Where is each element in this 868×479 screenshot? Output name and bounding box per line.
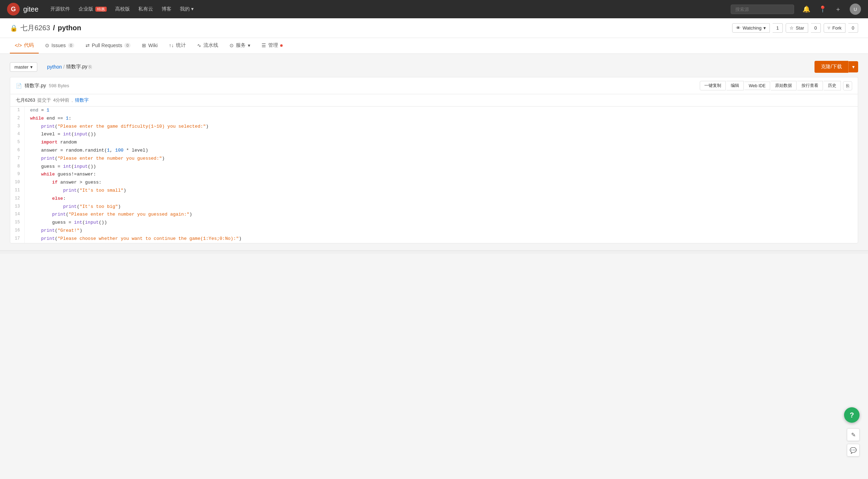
line-number: 6	[10, 147, 24, 155]
line-number: 14	[10, 211, 24, 219]
fork-button[interactable]: ⑂ Fork	[824, 23, 845, 33]
copy-path-icon[interactable]: ⎘	[89, 64, 92, 70]
watch-count[interactable]: 1	[773, 23, 782, 33]
breadcrumb-repo-link[interactable]: python	[47, 64, 62, 70]
pipeline-icon: ∿	[197, 43, 201, 48]
line-number: 3	[10, 123, 24, 131]
logo-text: gitee	[23, 5, 38, 13]
table-row: 2 while end == 1:	[10, 115, 858, 123]
repo-header: 🔒 七月6263 / python 👁 Watching ▾ 1 ☆ Star …	[0, 18, 868, 38]
line-code: level = int(input())	[24, 130, 858, 139]
line-view-button[interactable]: 按行查看	[797, 81, 823, 90]
tab-pullrequests[interactable]: ⇄ Pull Requests 0	[81, 38, 136, 53]
nav-enterprise[interactable]: 企业版 特惠	[78, 6, 107, 12]
tab-stats[interactable]: ↑↓ 统计	[164, 38, 191, 53]
table-row: 9 while guess!=answer:	[10, 171, 858, 179]
line-number: 9	[10, 171, 24, 179]
repo-owner[interactable]: 七月6263	[20, 23, 50, 33]
table-row: 8 guess = int(input())	[10, 163, 858, 171]
tab-pipeline[interactable]: ∿ 流水线	[192, 38, 223, 53]
web-ide-button[interactable]: Web IDE	[744, 82, 770, 90]
clone-button[interactable]: 克隆/下载	[814, 61, 848, 73]
services-icon: ⊙	[229, 43, 234, 48]
history-button[interactable]: 历史	[824, 81, 841, 90]
branch-chevron-icon: ▾	[30, 64, 33, 70]
line-code: answer = random.randint(1, 100 * level)	[24, 147, 858, 155]
commit-message-link[interactable]: 猜数字	[75, 97, 89, 103]
line-number: 15	[10, 219, 24, 227]
line-number: 4	[10, 130, 24, 139]
line-number: 10	[10, 179, 24, 187]
code-icon: </>	[15, 43, 22, 48]
star-count[interactable]: 0	[811, 23, 821, 33]
clone-dropdown-button[interactable]: ▾	[848, 61, 858, 72]
file-card-header: 📄 猜数字.py 598 Bytes 一键复制 编辑 Web IDE 原始数据 …	[10, 77, 858, 94]
wiki-icon: ⊞	[142, 43, 146, 48]
eye-icon: 👁	[736, 25, 741, 31]
content-area: master ▾ python / 猜数字.py ⎘ 克隆/下载 ▾ 📄 猜数字…	[0, 54, 868, 250]
table-row: 16 print("Great!")	[10, 227, 858, 235]
tab-services[interactable]: ⊙ 服务 ▾	[225, 38, 255, 53]
commit-dot: .	[71, 98, 73, 103]
commit-time: 4分钟前	[53, 97, 69, 103]
one-click-copy-button[interactable]: 一键复制	[700, 81, 726, 90]
file-info: 📄 猜数字.py 598 Bytes	[16, 83, 69, 89]
line-code: else:	[24, 195, 858, 203]
avatar[interactable]: U	[850, 4, 861, 15]
line-number: 12	[10, 195, 24, 203]
star-button[interactable]: ☆ Star	[786, 23, 808, 33]
nav-mine[interactable]: 我的 ▾	[180, 6, 194, 12]
line-number: 13	[10, 203, 24, 211]
line-number: 2	[10, 115, 24, 123]
line-code: while end == 1:	[24, 115, 858, 123]
explore-icon[interactable]: 📍	[819, 5, 826, 13]
breadcrumb: python / 猜数字.py ⎘	[47, 64, 92, 70]
logo-area[interactable]: G gitee	[7, 3, 38, 15]
commit-action: 提交于	[37, 97, 51, 103]
notification-icon[interactable]: 🔔	[803, 5, 810, 13]
pr-icon: ⇄	[86, 43, 90, 48]
nav-blog[interactable]: 博客	[162, 6, 171, 12]
repo-title: 🔒 七月6263 / python	[10, 23, 81, 33]
stats-icon: ↑↓	[169, 43, 174, 48]
nav-private-cloud[interactable]: 私有云	[138, 6, 153, 12]
search-input[interactable]	[731, 5, 794, 14]
file-size: 598 Bytes	[49, 83, 69, 88]
repo-name[interactable]: python	[58, 24, 81, 32]
breadcrumb-file: 猜数字.py	[66, 64, 88, 70]
file-card: 📄 猜数字.py 598 Bytes 一键复制 编辑 Web IDE 原始数据 …	[10, 77, 858, 243]
table-row: 12 else:	[10, 195, 858, 203]
table-row: 17 print("Please choose whether you want…	[10, 235, 858, 243]
tab-wiki[interactable]: ⊞ Wiki	[137, 38, 162, 53]
file-name: 猜数字.py	[25, 83, 46, 89]
watch-button[interactable]: 👁 Watching ▾	[732, 23, 770, 33]
table-row: 7 print("Please enter the number you gue…	[10, 155, 858, 163]
raw-data-button[interactable]: 原始数据	[771, 81, 797, 90]
nav-university[interactable]: 高校版	[115, 6, 130, 12]
line-code: print("It's too big")	[24, 203, 858, 211]
nav-opensource[interactable]: 开源软件	[50, 6, 70, 12]
fork-count[interactable]: 0	[848, 23, 858, 33]
table-row: 1 end = 1	[10, 107, 858, 115]
chevron-down-icon: ▾	[763, 25, 766, 31]
branch-selector[interactable]: master ▾	[10, 62, 37, 72]
tab-issues[interactable]: ⊙ Issues 0	[40, 38, 79, 53]
repo-actions: 👁 Watching ▾ 1 ☆ Star 0 ⑂ Fork 0	[732, 23, 858, 33]
enterprise-badge: 特惠	[95, 7, 107, 12]
manage-dot	[280, 44, 283, 47]
table-row: 14 print("Please enter the number you gu…	[10, 211, 858, 219]
tab-code[interactable]: </> 代码	[10, 38, 39, 53]
copy-icon-button[interactable]: ⎘	[843, 81, 852, 90]
line-code: print("Great!")	[24, 227, 858, 235]
scrollbar[interactable]	[0, 250, 868, 254]
plus-icon[interactable]: ＋	[835, 5, 841, 13]
file-actions: 一键复制 编辑 Web IDE 原始数据 按行查看 历史 ⎘	[700, 81, 852, 90]
edit-button[interactable]: 编辑	[727, 81, 744, 90]
line-number: 5	[10, 139, 24, 147]
commit-author[interactable]: 七月6263	[16, 97, 35, 103]
table-row: 13 print("It's too big")	[10, 203, 858, 211]
commit-row: 七月6263 提交于 4分钟前 . 猜数字	[10, 94, 858, 107]
tab-manage[interactable]: ☰ 管理	[257, 38, 288, 53]
table-row: 11 print("It's too small")	[10, 187, 858, 195]
manage-icon: ☰	[262, 43, 266, 48]
